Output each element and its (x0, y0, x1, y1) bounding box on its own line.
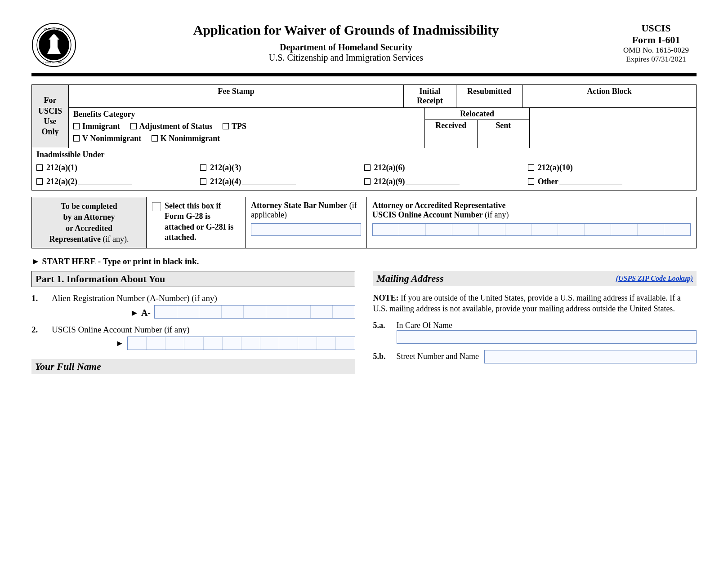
q1-label: Alien Registration Number (A-Number) (if… (52, 293, 355, 303)
uscis-account-input[interactable] (127, 337, 355, 350)
atty-account-label-2: USCIS Online Account Number (372, 210, 483, 219)
full-name-header: Your Full Name (31, 359, 355, 374)
relocated-block: Relocated Received Sent (424, 108, 530, 148)
q2-label: USCIS Online Account Number (if any) (52, 325, 355, 335)
for-uscis-use-label: For USCIS Use Only (32, 85, 69, 148)
cb-tps[interactable]: TPS (223, 122, 246, 131)
g28-checkbox-cell: Select this box if Form G-28 is attached… (147, 197, 246, 248)
dhs-seal-icon: DEPARTMENT LAND SECURITY (31, 22, 76, 67)
form-title: Application for Waiver of Grounds of Ina… (85, 22, 607, 38)
street-input[interactable] (484, 350, 697, 363)
form-number: Form I-601 (616, 34, 697, 46)
svg-text:DEPARTMENT: DEPARTMENT (44, 27, 65, 31)
inadmissible-section: Inadmissible Under 212(a)(1) 212(a)(3) 2… (32, 148, 696, 190)
atty-account-cell: Attorney or Accredited Representative US… (367, 197, 696, 248)
svg-text:LAND SECURITY: LAND SECURITY (43, 61, 65, 64)
a-number-input[interactable] (154, 305, 355, 319)
cb-212a1[interactable]: 212(a)(1) (36, 163, 200, 173)
field-5a: 5.a. In Care Of Name (373, 321, 697, 330)
in-care-of-input[interactable] (397, 330, 697, 344)
fee-stamp-cell: Fee Stamp (69, 85, 404, 107)
form-header: DEPARTMENT LAND SECURITY Application for… (31, 22, 697, 76)
question-2: 2. USCIS Online Account Number (if any) … (31, 325, 355, 350)
cb-immigrant[interactable]: Immigrant (73, 122, 120, 131)
sent-cell: Sent (478, 120, 530, 148)
cb-other[interactable]: Other (528, 177, 692, 186)
cb-v-nonimmigrant[interactable]: V Nonimmigrant (73, 134, 141, 143)
cb-212a9[interactable]: 212(a)(9) (364, 177, 528, 186)
street-label: Street Number and Name (397, 352, 479, 362)
bar-number-label: Attorney State Bar Number (251, 201, 347, 210)
cb-adjustment[interactable]: Adjustment of Status (130, 122, 213, 131)
atty-account-label-1: Attorney or Accredited Representative (372, 201, 505, 210)
expiry-date: Expires 07/31/2021 (616, 55, 697, 64)
resubmitted-cell: Resubmitted (456, 85, 523, 107)
bar-number-input[interactable] (251, 223, 361, 236)
received-cell: Received (425, 120, 478, 148)
mailing-note: NOTE: If you are outside of the United S… (373, 292, 697, 315)
cb-212a2[interactable]: 212(a)(2) (36, 177, 200, 186)
question-1: 1. Alien Registration Number (A-Number) … (31, 293, 355, 319)
action-block-space (530, 108, 696, 148)
omb-number: OMB No. 1615-0029 (616, 46, 697, 55)
subdept-name: U.S. Citizenship and Immigration Service… (85, 53, 607, 63)
relocated-label: Relocated (425, 108, 529, 120)
field-5b: 5.b. Street Number and Name (373, 350, 697, 363)
atty-account-input[interactable] (372, 223, 691, 236)
part1-header: Part 1. Information About You (31, 271, 355, 287)
a-number-prefix: A- (52, 308, 154, 318)
cb-212a4[interactable]: 212(a)(4) (200, 177, 364, 186)
benefits-title: Benefits Category (73, 110, 420, 119)
attorney-box: To be completed by an Attorney or Accred… (31, 197, 697, 248)
inadmissible-title: Inadmissible Under (36, 150, 692, 159)
arrow-icon: ► (52, 339, 127, 348)
mailing-header: Mailing Address (USPS ZIP Code Lookup) (373, 271, 697, 286)
agency-name: USCIS (616, 22, 697, 34)
g28-checkbox[interactable] (152, 202, 161, 211)
initial-receipt-cell: Initial Receipt (404, 85, 456, 107)
benefits-category: Benefits Category Immigrant Adjustment o… (69, 108, 424, 148)
in-care-of-label: In Care Of Name (397, 321, 464, 330)
cb-212a6[interactable]: 212(a)(6) (364, 163, 528, 173)
bar-number-cell: Attorney State Bar Number (if applicable… (246, 197, 367, 248)
form-id-block: USCIS Form I-601 OMB No. 1615-0029 Expir… (616, 22, 697, 64)
g28-label: Select this box if Form G-28 is attached… (165, 201, 240, 244)
action-block-cell: Action Block (523, 85, 696, 107)
start-here-label: START HERE - Type or print in black ink. (31, 257, 697, 266)
cb-212a10[interactable]: 212(a)(10) (528, 163, 692, 173)
dept-name: Department of Homeland Security (85, 42, 607, 53)
svg-point-3 (52, 35, 56, 39)
cb-k-nonimmigrant[interactable]: K Nonimmigrant (152, 134, 220, 143)
zip-lookup-link[interactable]: (USPS ZIP Code Lookup) (616, 275, 693, 283)
attorney-instruction: To be completed by an Attorney or Accred… (32, 197, 147, 248)
uscis-use-only-box: For USCIS Use Only Fee Stamp Initial Rec… (31, 84, 697, 190)
cb-212a3[interactable]: 212(a)(3) (200, 163, 364, 173)
